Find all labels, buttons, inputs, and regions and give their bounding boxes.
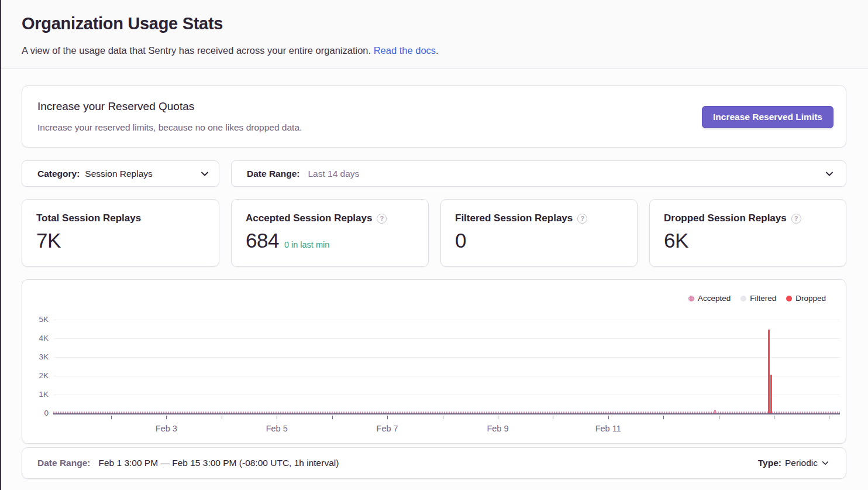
increase-reserved-limits-button[interactable]: Increase Reserved Limits [702,106,833,128]
legend-item-filtered[interactable]: Filtered [740,294,776,303]
help-icon[interactable]: ? [377,214,387,224]
stat-card-title: Dropped Session Replays [664,213,787,224]
chart-plot-area[interactable]: 01K2K3K4K5KFeb 3Feb 5Feb 7Feb 9Feb 11 [53,320,840,414]
app-edge-divider [0,0,1,490]
footer-type-label: Type: [758,458,781,468]
x-axis-tick [663,416,664,419]
x-axis-label: Feb 11 [585,424,632,433]
help-icon[interactable]: ? [791,214,801,224]
x-axis-label: Feb 7 [364,424,411,433]
x-axis-tick [498,416,498,419]
category-filter-label: Category: [37,169,80,179]
stat-card-extra: 0 in last min [284,240,329,249]
x-axis-label: Feb 3 [143,424,190,433]
chevron-down-icon [821,459,829,467]
legend-item-dropped[interactable]: Dropped [786,294,826,303]
bar-accepted [714,410,716,413]
y-axis-label: 3K [25,352,49,361]
quota-card-title: Increase your Reserved Quotas [37,100,194,113]
date-range-filter-label: Date Range: [247,169,299,179]
y-axis-label: 1K [25,390,49,399]
x-axis-tick [608,416,609,419]
stat-card-total: Total Session Replays 7K [22,199,219,267]
quota-card-description: Increase your reserved limits, because n… [37,122,302,133]
x-axis-tick [553,416,553,419]
x-axis-tick [166,416,167,419]
page-title: Organization Usage Stats [22,14,223,33]
y-axis-label: 2K [25,371,49,380]
stat-card-dropped: Dropped Session Replays ? 6K [649,199,846,267]
stat-card-value: 684 [246,229,279,252]
stat-card-title: Filtered Session Replays [455,213,573,224]
footer-date-range-label: Date Range: [37,458,90,468]
footer-type-value: Periodic [785,458,818,468]
stat-card-title: Accepted Session Replays [246,213,372,224]
legend-label: Filtered [750,294,776,303]
help-icon[interactable]: ? [577,214,587,224]
gridline [53,395,840,395]
stat-card-accepted: Accepted Session Replays ? 684 0 in last… [231,199,429,267]
x-axis-tick [774,416,774,419]
legend-label: Dropped [795,294,826,303]
x-axis-tick [277,416,277,419]
x-axis-tick [719,416,719,419]
x-axis-label: Feb 9 [474,424,521,433]
x-axis-tick [332,416,333,419]
dropped-legend-dot-icon [786,296,792,301]
y-axis-label: 4K [25,334,49,342]
category-filter[interactable]: Category: Session Replays [22,160,219,187]
category-filter-value: Session Replays [85,169,152,179]
date-range-filter[interactable]: Date Range: Last 14 days [231,160,846,187]
quota-card: Increase your Reserved Quotas Increase y… [22,85,846,148]
chart-legend: Accepted Filtered Dropped [688,294,826,303]
y-axis-label: 0 [25,409,49,417]
date-range-filter-value: Last 14 days [308,169,359,179]
x-axis-tick [387,416,388,419]
stat-card-filtered: Filtered Session Replays ? 0 [440,199,638,267]
chevron-down-icon [825,169,834,179]
filtered-legend-dot-icon [740,296,746,301]
x-axis-tick [443,416,443,419]
gridline [53,320,840,320]
page-subtitle-period: . [436,45,439,56]
chart-footer-bar: Date Range: Feb 1 3:00 PM — Feb 15 3:00 … [22,447,846,479]
gridline [53,357,840,358]
bar-dropped [770,375,772,413]
gridline [53,376,840,376]
stat-card-value: 0 [455,229,466,252]
stat-card-value: 6K [664,229,688,252]
x-axis-tick [111,416,112,419]
chevron-down-icon [200,169,209,179]
stat-card-title: Total Session Replays [36,213,141,224]
chart-type-dropdown[interactable]: Type: Periodic [758,458,829,468]
usage-chart-card: Accepted Filtered Dropped 01K2K3K4K5KFeb… [22,279,846,444]
x-axis-tick [829,416,829,419]
accepted-legend-dot-icon [688,296,694,301]
page-subtitle: A view of the usage data that Sentry has… [22,45,439,56]
gridline [53,338,840,339]
footer-date-range-value: Feb 1 3:00 PM — Feb 15 3:00 PM (-08:00 U… [98,458,339,468]
x-axis-tick [222,416,222,419]
legend-label: Accepted [698,294,731,303]
bar-dropped [768,330,770,413]
read-the-docs-link[interactable]: Read the docs [374,45,436,56]
accepted-baseline-strip [53,412,840,413]
page-header: Organization Usage Stats A view of the u… [0,0,868,69]
stat-card-value: 7K [36,229,61,252]
x-axis-label: Feb 5 [253,424,300,433]
y-axis-label: 5K [25,315,49,324]
page-subtitle-text: A view of the usage data that Sentry has… [22,45,371,56]
legend-item-accepted[interactable]: Accepted [688,294,731,303]
